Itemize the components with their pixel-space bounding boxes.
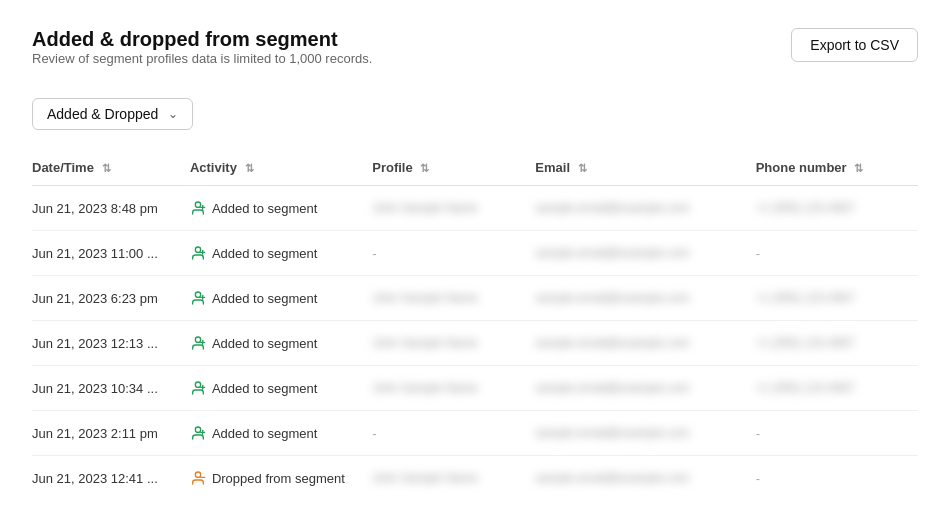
added-to-segment-icon [190, 200, 206, 216]
activity-label: Added to segment [212, 291, 318, 306]
activity-label: Added to segment [212, 201, 318, 216]
cell-profile: John Sample Name [372, 321, 535, 366]
svg-point-18 [195, 472, 200, 477]
cell-email: sample.email@example.com [535, 411, 755, 456]
svg-point-9 [195, 337, 200, 342]
svg-point-12 [195, 382, 200, 387]
table-row: Jun 21, 2023 8:48 pm Added to segmentJoh… [32, 186, 918, 231]
svg-point-15 [195, 427, 200, 432]
cell-datetime: Jun 21, 2023 12:13 ... [32, 321, 190, 366]
cell-phone: - [756, 456, 918, 501]
header-row: Added & dropped from segment Review of s… [32, 28, 918, 90]
cell-profile: - [372, 411, 535, 456]
activity-label: Dropped from segment [212, 471, 345, 486]
col-header-phone[interactable]: Phone number ⇅ [756, 150, 918, 186]
cell-email: sample.email@example.com [535, 186, 755, 231]
cell-activity: Added to segment [190, 231, 372, 276]
cell-email: sample.email@example.com [535, 276, 755, 321]
title-area: Added & dropped from segment Review of s… [32, 28, 372, 90]
sort-icon-datetime: ⇅ [102, 162, 111, 175]
table-row: Jun 21, 2023 2:11 pm Added to segment-sa… [32, 411, 918, 456]
table-header-row: Date/Time ⇅ Activity ⇅ Profile ⇅ Email ⇅… [32, 150, 918, 186]
cell-datetime: Jun 21, 2023 8:48 pm [32, 186, 190, 231]
sort-icon-profile: ⇅ [420, 162, 429, 175]
col-header-activity[interactable]: Activity ⇅ [190, 150, 372, 186]
table-row: Jun 21, 2023 10:34 ... Added to segmentJ… [32, 366, 918, 411]
cell-activity: Added to segment [190, 276, 372, 321]
cell-profile: John Sample Name [372, 456, 535, 501]
page-title: Added & dropped from segment [32, 28, 372, 51]
activity-label: Added to segment [212, 246, 318, 261]
cell-phone: +1 (555) 123-4567 [756, 366, 918, 411]
table-row: Jun 21, 2023 6:23 pm Added to segmentJoh… [32, 276, 918, 321]
activity-filter-dropdown[interactable]: Added & Dropped ⌄ [32, 98, 193, 130]
cell-activity: Added to segment [190, 321, 372, 366]
cell-phone: +1 (555) 123-4567 [756, 186, 918, 231]
sort-icon-email: ⇅ [578, 162, 587, 175]
table-body: Jun 21, 2023 8:48 pm Added to segmentJoh… [32, 186, 918, 501]
cell-phone: +1 (555) 123-4567 [756, 321, 918, 366]
added-to-segment-icon [190, 425, 206, 441]
table-row: Jun 21, 2023 11:00 ... Added to segment-… [32, 231, 918, 276]
cell-activity: Added to segment [190, 411, 372, 456]
dropdown-label: Added & Dropped [47, 106, 158, 122]
cell-datetime: Jun 21, 2023 12:41 ... [32, 456, 190, 501]
cell-profile: John Sample Name [372, 186, 535, 231]
cell-profile: - [372, 231, 535, 276]
cell-phone: - [756, 411, 918, 456]
cell-phone: +1 (555) 123-4567 [756, 276, 918, 321]
export-csv-button[interactable]: Export to CSV [791, 28, 918, 62]
sort-icon-phone: ⇅ [854, 162, 863, 175]
cell-email: sample.email@example.com [535, 321, 755, 366]
dropped-from-segment-icon [190, 470, 206, 486]
activity-label: Added to segment [212, 381, 318, 396]
cell-profile: John Sample Name [372, 276, 535, 321]
cell-email: sample.email@example.com [535, 456, 755, 501]
svg-point-6 [195, 292, 200, 297]
col-header-profile[interactable]: Profile ⇅ [372, 150, 535, 186]
added-to-segment-icon [190, 380, 206, 396]
filter-row: Added & Dropped ⌄ [32, 98, 918, 130]
activity-label: Added to segment [212, 336, 318, 351]
cell-profile: John Sample Name [372, 366, 535, 411]
added-to-segment-icon [190, 245, 206, 261]
added-to-segment-icon [190, 290, 206, 306]
cell-phone: - [756, 231, 918, 276]
col-header-email[interactable]: Email ⇅ [535, 150, 755, 186]
cell-activity: Added to segment [190, 366, 372, 411]
chevron-down-icon: ⌄ [168, 107, 178, 121]
col-header-datetime[interactable]: Date/Time ⇅ [32, 150, 190, 186]
cell-email: sample.email@example.com [535, 366, 755, 411]
table-row: Jun 21, 2023 12:13 ... Added to segmentJ… [32, 321, 918, 366]
sort-icon-activity: ⇅ [245, 162, 254, 175]
table-row: Jun 21, 2023 12:41 ... Dropped from segm… [32, 456, 918, 501]
activity-label: Added to segment [212, 426, 318, 441]
cell-email: sample.email@example.com [535, 231, 755, 276]
cell-datetime: Jun 21, 2023 10:34 ... [32, 366, 190, 411]
page-subtitle: Review of segment profiles data is limit… [32, 51, 372, 66]
cell-activity: Dropped from segment [190, 456, 372, 501]
svg-point-0 [195, 202, 200, 207]
page-container: Added & dropped from segment Review of s… [0, 0, 950, 527]
svg-point-3 [195, 247, 200, 252]
activity-table: Date/Time ⇅ Activity ⇅ Profile ⇅ Email ⇅… [32, 150, 918, 500]
added-to-segment-icon [190, 335, 206, 351]
cell-datetime: Jun 21, 2023 6:23 pm [32, 276, 190, 321]
cell-datetime: Jun 21, 2023 11:00 ... [32, 231, 190, 276]
cell-activity: Added to segment [190, 186, 372, 231]
cell-datetime: Jun 21, 2023 2:11 pm [32, 411, 190, 456]
